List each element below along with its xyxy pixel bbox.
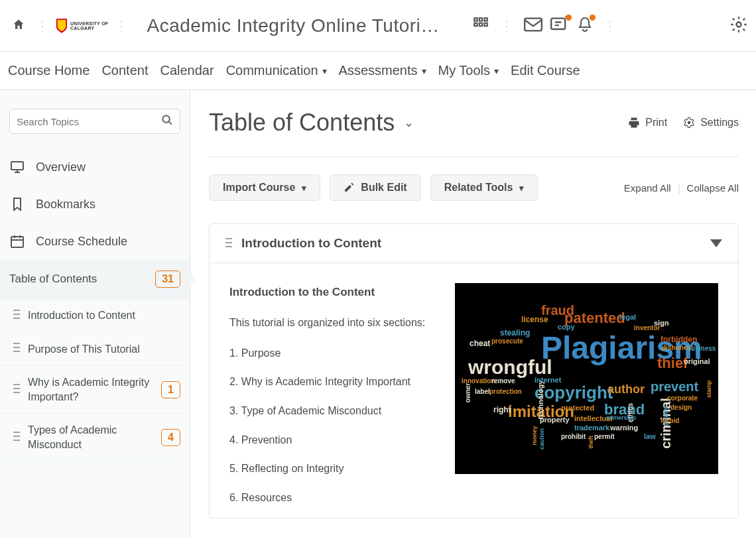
drag-handle-icon[interactable] [225, 236, 232, 251]
wordcloud-word: theft [588, 436, 594, 449]
search-icon[interactable] [161, 114, 173, 129]
section-list-item: 2. Why is Academic Integrity Important [229, 373, 435, 390]
drag-handle-icon[interactable] [13, 343, 20, 355]
sidebar-subitem[interactable]: Types of Academic Misconduct 4 [0, 414, 190, 461]
wordcloud-word: copy [558, 323, 575, 331]
toc-count-badge: 31 [155, 270, 180, 288]
svg-rect-3 [474, 23, 477, 25]
mail-icon[interactable] [520, 13, 546, 38]
svg-rect-5 [484, 23, 487, 25]
nav-communication[interactable]: Communication▾ [226, 63, 327, 78]
sidebar-overview-label: Overview [36, 160, 86, 174]
count-badge: 1 [161, 381, 180, 398]
nav-calendar[interactable]: Calendar [160, 63, 214, 78]
sidebar-overview[interactable]: Overview [0, 149, 190, 186]
svg-rect-13 [13, 314, 20, 315]
wordcloud-word: label [475, 388, 490, 395]
sidebar-subitem-label: Types of Academic Misconduct [28, 423, 153, 451]
chevron-down-icon: ▾ [322, 66, 327, 76]
wordcloud-word: money [531, 426, 538, 445]
svg-rect-14 [13, 318, 20, 319]
messages-icon[interactable] [546, 12, 573, 40]
svg-rect-0 [474, 18, 477, 21]
divider [209, 156, 739, 157]
settings-gear-icon[interactable] [729, 15, 748, 36]
sidebar-toc[interactable]: Table of Contents 31 [0, 260, 190, 299]
logo-text-1: UNIVERSITY OF [70, 21, 108, 26]
wordcloud-word: protected [561, 404, 594, 412]
chevron-down-icon: ▾ [302, 183, 306, 193]
nav-content[interactable]: Content [101, 63, 148, 78]
sidebar: Overview Bookmarks Course Schedule Table… [0, 90, 190, 538]
chevron-down-icon: ▾ [422, 66, 426, 76]
collapse-all-link[interactable]: Collapse All [687, 182, 739, 194]
svg-rect-12 [13, 310, 20, 311]
svg-rect-27 [225, 246, 232, 247]
wordcloud-word: prosecute [491, 337, 523, 345]
collapse-caret-icon[interactable] [710, 236, 722, 251]
section-list-item: 6. Resources [229, 489, 435, 507]
drag-handle-icon[interactable] [13, 384, 20, 396]
related-tools-button[interactable]: Related Tools ▾ [430, 174, 538, 201]
wordcloud-word: business [687, 345, 716, 352]
sidebar-subitem[interactable]: Introduction to Content [0, 299, 190, 333]
notification-dot [566, 15, 572, 21]
page-title[interactable]: Table of Contents ⌄ [209, 109, 414, 137]
search-input[interactable] [17, 116, 161, 127]
drag-handle-icon[interactable] [13, 432, 20, 444]
sidebar-toc-label: Table of Contents [9, 272, 97, 286]
svg-rect-18 [13, 384, 20, 385]
search-topics-box[interactable] [9, 109, 180, 134]
svg-point-24 [688, 121, 691, 125]
print-button[interactable]: Print [628, 117, 667, 129]
expand-all-link[interactable]: Expand All [624, 182, 671, 194]
wordcloud-word: innovation [462, 377, 495, 385]
sidebar-subitem[interactable]: Purpose of This Tutorial [0, 333, 190, 367]
bulk-edit-button[interactable]: Bulk Edit [330, 174, 420, 201]
svg-point-9 [162, 115, 170, 123]
nav-course-home[interactable]: Course Home [8, 63, 90, 78]
chevron-down-icon: ▾ [494, 66, 499, 76]
nav-assessments[interactable]: Assessments▾ [339, 63, 426, 78]
divider: | [678, 182, 680, 194]
settings-button[interactable]: Settings [683, 117, 739, 129]
wordcloud-word: forbidden [661, 335, 697, 344]
section-list-item: 5. Reflecting on Integrity [229, 460, 435, 477]
svg-rect-2 [484, 18, 487, 21]
svg-rect-25 [225, 238, 232, 239]
divider: ⋮ [603, 18, 617, 34]
notifications-bell-icon[interactable] [573, 12, 597, 40]
svg-rect-20 [13, 392, 20, 393]
module-title[interactable]: Introduction to Content [241, 236, 381, 251]
nav-my-tools[interactable]: My Tools▾ [438, 63, 499, 78]
svg-rect-26 [225, 242, 232, 243]
svg-rect-21 [13, 432, 20, 433]
sidebar-course-schedule[interactable]: Course Schedule [0, 223, 190, 260]
sidebar-bookmarks[interactable]: Bookmarks [0, 186, 190, 223]
wordcloud-word: prohibit [561, 433, 586, 440]
svg-rect-15 [13, 343, 20, 344]
wordcloud-word: legal [619, 313, 636, 321]
svg-rect-7 [551, 18, 565, 29]
course-title[interactable]: Academic Integrity Online Tutorial - Wer… [147, 15, 445, 36]
intro-text: This tutorial is organized into six sect… [229, 314, 435, 331]
module-card: Introduction to Content Introduction to … [209, 223, 739, 518]
drag-handle-icon[interactable] [13, 310, 20, 322]
home-icon[interactable] [12, 18, 25, 34]
wordcloud-word: copyright [535, 383, 613, 403]
wordcloud-word: corporate [667, 394, 698, 402]
wordcloud-image: Plagiarismwrongfulcopyrightimitationpate… [455, 283, 718, 474]
content-area: Table of Contents ⌄ Print Settings Impor… [190, 90, 756, 538]
sidebar-subitem[interactable]: Why is Academic Integrity Important? 1 [0, 366, 190, 414]
svg-rect-1 [479, 18, 482, 21]
svg-rect-19 [13, 388, 20, 389]
wordcloud-word: author [607, 383, 645, 396]
svg-rect-10 [11, 162, 23, 170]
apps-grid-icon[interactable] [468, 12, 493, 40]
wordcloud-word: license [521, 315, 548, 324]
wordcloud-word: ownership [606, 414, 636, 421]
institution-logo[interactable]: UNIVERSITY OF CALGARY [56, 18, 108, 34]
nav-edit-course[interactable]: Edit Course [511, 63, 580, 78]
import-course-button[interactable]: Import Course ▾ [209, 174, 320, 201]
sidebar-bookmarks-label: Bookmarks [36, 198, 95, 211]
